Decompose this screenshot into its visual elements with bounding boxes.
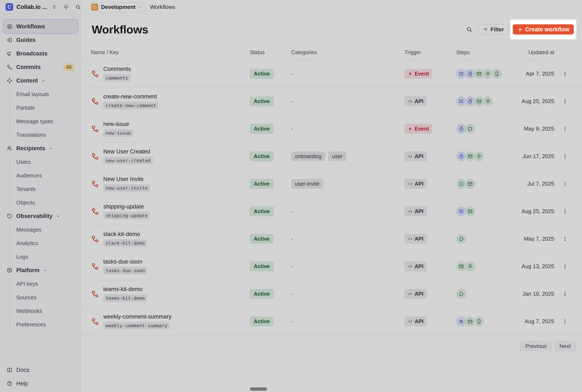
- table-body: CommentscommentsActive-EventApr 7, 2025c…: [81, 60, 582, 335]
- row-menu-button[interactable]: [561, 152, 569, 160]
- sidebar-search-icon[interactable]: [75, 4, 81, 10]
- code-icon: [408, 236, 413, 241]
- row-menu-button[interactable]: [561, 235, 569, 243]
- name-cell: new-issuenew-issue: [91, 121, 250, 137]
- workflow-row[interactable]: slack-kit-demoslack-kit-demoActive-APIMa…: [81, 225, 582, 253]
- workflow-row[interactable]: CommentscommentsActive-EventApr 7, 2025: [81, 60, 582, 88]
- code-icon: [408, 99, 413, 104]
- row-menu-button[interactable]: [561, 180, 569, 188]
- chat-step-icon: [456, 234, 466, 244]
- trigger-label: API: [415, 98, 424, 104]
- filter-button[interactable]: Filter: [478, 24, 509, 34]
- sidebar-item-help[interactable]: Help: [3, 377, 77, 390]
- name-cell: New User Creatednew-user-created: [91, 148, 250, 164]
- name-cell: tasks-due-soontasks-due-soon: [91, 258, 250, 274]
- code-icon: [408, 264, 413, 269]
- status-cell: Active: [250, 151, 291, 161]
- sidebar-item-broadcasts[interactable]: Broadcasts: [3, 47, 77, 60]
- sidebar-item-objects[interactable]: Objects: [3, 196, 77, 209]
- sidebar-subitem-label: Messages: [16, 226, 41, 233]
- sidebar-item-observability[interactable]: Observability: [3, 209, 77, 223]
- workspace-switcher-icon[interactable]: [51, 4, 57, 10]
- row-menu-button[interactable]: [561, 208, 569, 216]
- row-menu-button[interactable]: [561, 290, 569, 298]
- sidebar-item-label: Broadcasts: [16, 50, 47, 57]
- category-badge: onboarding: [291, 152, 325, 161]
- workflow-row[interactable]: create-new-commentcreate-new-commentActi…: [81, 88, 582, 115]
- code-icon: [408, 154, 413, 159]
- sidebar-item-message-types[interactable]: Message types: [3, 114, 77, 128]
- trigger-badge-api: API: [404, 179, 427, 189]
- sidebar-item-preferences[interactable]: Preferences: [3, 318, 77, 331]
- categories-cell: user-invite: [291, 179, 404, 188]
- sidebar-item-label: Observability: [16, 213, 52, 220]
- categories-cell: onboardinguser: [291, 152, 404, 161]
- in-app-step-icon: [483, 96, 493, 106]
- trigger-label: API: [415, 153, 424, 160]
- column-header: Steps: [456, 49, 514, 56]
- sidebar-item-webhooks[interactable]: Webhooks: [3, 304, 77, 318]
- sidebar-item-sources[interactable]: Sources: [3, 290, 77, 304]
- email-step-icon: [465, 206, 475, 216]
- batch-step-icon: [456, 69, 466, 79]
- workflow-row[interactable]: tasks-due-soontasks-due-soonActive-APIAu…: [81, 253, 582, 280]
- trigger-cell: API: [404, 262, 456, 271]
- sidebar-item-analytics[interactable]: Analytics: [3, 236, 77, 250]
- sidebar-item-recipients[interactable]: Recipients: [3, 142, 77, 155]
- sidebar-item-label: Content: [16, 78, 38, 84]
- content-icon: [6, 78, 13, 84]
- sidebar-item-content[interactable]: Content: [3, 74, 77, 88]
- previous-page-button[interactable]: Previous: [521, 341, 552, 351]
- sidebar-item-translations[interactable]: Translations: [3, 128, 77, 142]
- trigger-cell: API: [404, 289, 456, 299]
- sidebar-item-docs[interactable]: Docs: [3, 363, 77, 377]
- sidebar-subsection: UsersAudiencesTenantsObjects: [3, 155, 77, 209]
- delay-step-icon: [465, 96, 475, 106]
- sidebar-item-guides[interactable]: Guides: [3, 33, 77, 47]
- row-menu-button[interactable]: [561, 97, 569, 106]
- updated-at: Jul 7, 2025: [514, 180, 554, 187]
- workflow-row[interactable]: weekly-comment-summaryweekly-comment-sum…: [81, 308, 582, 335]
- row-menu-button[interactable]: [561, 318, 569, 326]
- sidebar-item-workflows[interactable]: Workflows: [3, 20, 77, 33]
- environment-folder-icon: [91, 4, 98, 10]
- row-menu-button[interactable]: [561, 70, 569, 78]
- batch-step-icon: [456, 206, 466, 216]
- sidebar-item-tenants[interactable]: Tenants: [3, 182, 77, 196]
- sidebar-item-audiences[interactable]: Audiences: [3, 169, 77, 182]
- sidebar-item-email-layouts[interactable]: Email layouts: [3, 88, 77, 101]
- sidebar-subitem-label: Webhooks: [16, 308, 42, 314]
- sidebar-item-commits[interactable]: Commits40: [3, 60, 77, 74]
- status-cell: Active: [250, 124, 291, 134]
- sidebar-item-partials[interactable]: Partials: [3, 101, 77, 114]
- row-menu-button[interactable]: [561, 125, 569, 133]
- workflow-row[interactable]: New User Creatednew-user-createdActiveon…: [81, 143, 582, 170]
- trigger-badge-api: API: [404, 316, 427, 326]
- workflow-row[interactable]: New User Invitenew-user-inviteActiveuser…: [81, 170, 582, 198]
- steps-cell: [456, 289, 514, 299]
- next-page-button[interactable]: Next: [555, 341, 576, 351]
- environment-switcher[interactable]: Development: [90, 2, 145, 12]
- page-title: Workflows: [92, 23, 148, 36]
- sidebar-item-messages[interactable]: Messages: [3, 223, 77, 236]
- workflow-name: New User Created: [103, 148, 150, 155]
- workflow-row[interactable]: new-issuenew-issueActive-EventMay 9, 202…: [81, 115, 582, 143]
- notifications-bell-icon[interactable]: [63, 4, 69, 10]
- row-menu-button[interactable]: [561, 262, 569, 270]
- trigger-cell: API: [404, 234, 456, 244]
- workflow-row[interactable]: teams-kit-demoteams-kit-demoActive-APIJa…: [81, 280, 582, 308]
- table-search-icon[interactable]: [466, 26, 472, 32]
- sidebar-item-platform[interactable]: Platform: [3, 264, 77, 277]
- workflow-row[interactable]: shipping-updateshipping-updateActive-API…: [81, 198, 582, 225]
- help-icon: [6, 380, 13, 387]
- status-cell: Active: [250, 206, 291, 216]
- horizontal-scrollbar-thumb[interactable]: [250, 387, 267, 391]
- email-step-icon: [465, 179, 475, 189]
- name-cell: Commentscomments: [91, 66, 250, 82]
- workflow-name: New User Invite: [103, 176, 144, 182]
- create-workflow-button[interactable]: Create workflow: [513, 24, 574, 34]
- sidebar-item-logs[interactable]: Logs: [3, 250, 77, 264]
- sidebar-item-api-keys[interactable]: API keys: [3, 277, 77, 290]
- sidebar-item-users[interactable]: Users: [3, 155, 77, 169]
- actions-cell: [554, 70, 576, 78]
